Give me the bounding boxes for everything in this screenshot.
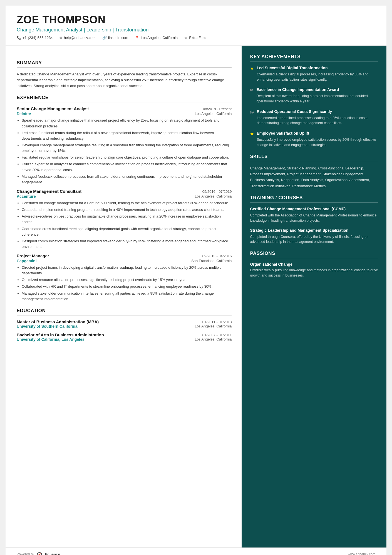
achievement-3-desc: Implemented streamlined processes leadin… (257, 115, 378, 126)
training-divider (250, 202, 378, 203)
achievement-2-title: Excellence in Change Implementation Awar… (256, 87, 378, 92)
list-item: Created and implemented training program… (22, 207, 232, 213)
summary-text: A dedicated Change Management Analyst wi… (17, 71, 232, 89)
achievement-3-icon: ◎ (250, 109, 254, 115)
achievement-2-icon: ✏ (250, 87, 254, 93)
achievement-3: ◎ Reduced Operational Costs Significantl… (250, 109, 378, 126)
location-contact: 📍 Los Angeles, California (135, 36, 178, 40)
list-item: Managed feedback collection processes fr… (22, 174, 232, 185)
extra-contact: ☆ Extra Field (184, 36, 206, 40)
linkedin-icon: 🔗 (102, 36, 107, 40)
edu-2-location: Los Angeles, California (195, 337, 232, 342)
edu-1-location: Los Angeles, California (195, 324, 232, 329)
resume-body: SUMMARY A dedicated Change Management An… (6, 46, 386, 547)
extra-text: Extra Field (189, 36, 206, 40)
footer-brand: Enhancv (45, 552, 60, 555)
candidate-title: Change Management Analyst | Leadership |… (17, 27, 375, 33)
job-2-header: Change Management Consultant 05/2016 - 0… (17, 189, 232, 194)
job-3-company: Capgemini (17, 259, 37, 263)
list-item: Advised executives on best practices for… (22, 214, 232, 225)
achievement-4-title: Employee Satisfaction Uplift (257, 131, 378, 136)
job-2-sub: Accenture Los Angeles, California (17, 194, 232, 199)
job-1-dates: 08/2019 - Present (203, 107, 232, 111)
training-1-desc: Completed with the Association of Change… (250, 213, 378, 223)
email-icon: ✉ (59, 36, 63, 40)
phone-icon: 📞 (17, 36, 21, 40)
training-1-title: Certified Change Management Professional… (250, 206, 378, 212)
list-item: Consulted on change management for a For… (22, 200, 232, 206)
passions-title: PASSIONS (250, 251, 378, 256)
achievement-1-desc: Overhauled a client's digital processes,… (257, 72, 378, 82)
edu-2-header: Bachelor of Arts in Business Administrat… (17, 332, 232, 337)
job-1-title: Senior Change Management Analyst (17, 106, 89, 111)
job-1-company: Deloitte (17, 112, 31, 116)
education-divider (17, 315, 232, 315)
right-column: KEY ACHIEVEMENTS ★ Led Successful Digita… (242, 46, 386, 547)
list-item: Designed communication strategies that i… (22, 238, 232, 250)
job-2-bullets: Consulted on change management for a For… (22, 200, 232, 250)
footer-website: www.enhancv.com (348, 552, 375, 555)
training-2-desc: Completed through Coursera, offered by t… (250, 234, 378, 245)
list-item: Facilitated regular workshops for senior… (22, 155, 232, 160)
phone-contact: 📞 +1-(234)-555-1234 (17, 36, 53, 40)
passion-1-desc: Enthusiastically pursuing knowledge and … (250, 268, 378, 278)
skills-title: SKILLS (250, 154, 378, 159)
resume-header: ZOE THOMPSON Change Management Analyst |… (6, 6, 386, 46)
experience-title: EXPERIENCE (17, 95, 232, 100)
list-item: Spearheaded a major change initiative th… (22, 118, 232, 129)
skills-divider (250, 161, 378, 161)
job-2-company: Accenture (17, 194, 36, 199)
list-item: Developed change management strategies r… (22, 142, 232, 154)
extra-icon: ☆ (184, 36, 188, 40)
list-item: Managed stakeholder communication interf… (22, 291, 232, 302)
list-item: Led cross-functional teams during the ro… (22, 130, 232, 141)
edu-1-sub: University of Southern California Los An… (17, 324, 232, 329)
powered-by-label: Powered by (17, 552, 34, 555)
job-1-sub: Deloitte Los Angeles, California (17, 112, 232, 116)
job-3-dates: 09/2013 - 04/2016 (202, 254, 232, 258)
achievement-1-icon: ★ (250, 66, 254, 71)
achievements-title: KEY ACHIEVEMENTS (250, 54, 378, 60)
achievement-4-icon: ★ (250, 131, 254, 136)
job-2-location: Los Angeles, California (195, 194, 232, 199)
job-3-bullets: Directed project teams in developing a d… (22, 265, 232, 302)
achievement-4-desc: Successfully improved employee satisfact… (257, 137, 378, 148)
job-1-location: Los Angeles, California (195, 112, 232, 116)
email-address: help@enhancv.com (64, 36, 96, 40)
achievement-2-body: Excellence in Change Implementation Awar… (256, 87, 378, 104)
job-3-header: Project Manager 09/2013 - 04/2016 (17, 253, 232, 258)
list-item: Collaborated with HR and IT departments … (22, 284, 232, 289)
education-title: EDUCATION (17, 308, 232, 314)
enhancv-logo-icon (36, 552, 43, 555)
achievement-1-title: Led Successful Digital Transformation (257, 65, 378, 71)
achievement-2: ✏ Excellence in Change Implementation Aw… (250, 87, 378, 104)
edu-1-dates: 01/2011 - 01/2013 (202, 320, 232, 324)
job-2-title: Change Management Consultant (17, 189, 81, 194)
training-1: Certified Change Management Professional… (250, 206, 378, 223)
resume-container: ZOE THOMPSON Change Management Analyst |… (6, 6, 386, 555)
email-contact: ✉ help@enhancv.com (59, 36, 96, 40)
location-icon: 📍 (135, 36, 139, 40)
skills-text: Change Management, Strategic Planning, C… (250, 165, 378, 189)
experience-divider (17, 102, 232, 102)
list-item: Coordinated cross-functional meetings, a… (22, 226, 232, 237)
edu-2-sub: University of California, Los Angeles Lo… (17, 337, 232, 342)
candidate-name: ZOE THOMPSON (17, 14, 375, 26)
summary-title: SUMMARY (17, 60, 232, 66)
achievement-3-title: Reduced Operational Costs Significantly (257, 109, 378, 114)
left-column: SUMMARY A dedicated Change Management An… (6, 46, 242, 547)
training-2: Strategic Leadership and Management Spec… (250, 228, 378, 245)
footer-left: Powered by Enhancv (17, 552, 60, 555)
linkedin-url: linkedin.com (108, 36, 128, 40)
list-item: Utilized expertise in analytics to condu… (22, 161, 232, 172)
contact-row: 📞 +1-(234)-555-1234 ✉ help@enhancv.com 🔗… (17, 36, 375, 40)
job-1-header: Senior Change Management Analyst 08/2019… (17, 106, 232, 111)
job-3-title: Project Manager (17, 253, 49, 258)
achievement-4-body: Employee Satisfaction Uplift Successfull… (257, 131, 378, 147)
passion-1-title: Organizational Change (250, 262, 378, 267)
achievement-3-body: Reduced Operational Costs Significantly … (257, 109, 378, 126)
job-1-bullets: Spearheaded a major change initiative th… (22, 118, 232, 185)
edu-1-school: University of Southern California (17, 324, 78, 329)
list-item: Optimized resource allocation processes,… (22, 277, 232, 283)
edu-2-school: University of California, Los Angeles (17, 337, 85, 342)
